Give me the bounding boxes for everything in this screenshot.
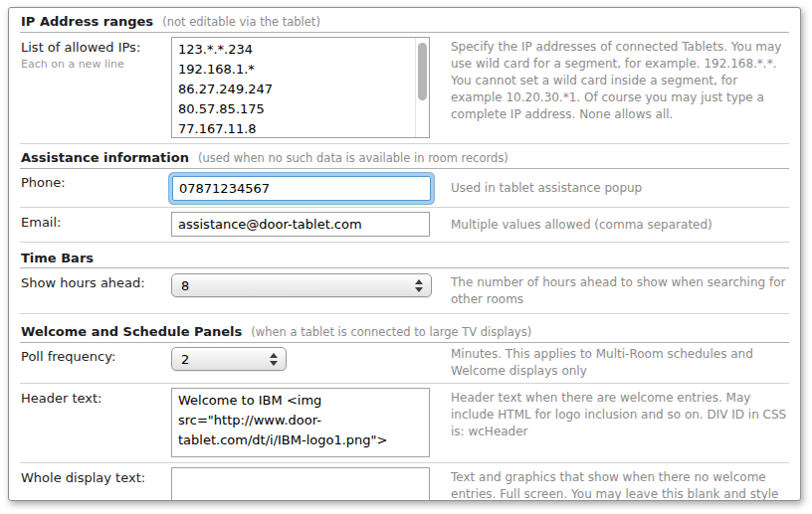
scrollbar-thumb[interactable] <box>418 43 427 100</box>
section-header-time-bars: Time Bars <box>20 243 789 268</box>
row-whole-display-text: Whole display text: Text and graphics th… <box>20 463 789 501</box>
section-header-assistance: Assistance information (used when no suc… <box>20 144 789 169</box>
row-allowed-ips: List of allowed IPs: Each on a new line … <box>20 33 789 144</box>
arrow-up-icon <box>415 279 423 284</box>
section-header-welcome-panels: Welcome and Schedule Panels (when a tabl… <box>20 314 789 343</box>
select-value: 2 <box>181 352 189 367</box>
section-header-ip-ranges: IP Address ranges (not editable via the … <box>20 8 789 33</box>
row-show-hours-ahead: Show hours ahead: 8 The number of hours … <box>20 268 789 314</box>
stepper-arrows-icon <box>270 353 278 366</box>
allowed-ips-sublabel: Each on a new line <box>21 57 171 73</box>
poll-frequency-label: Poll frequency: <box>21 346 171 365</box>
email-input[interactable] <box>171 212 430 237</box>
arrow-up-icon <box>270 353 278 358</box>
row-email: Email: Multiple values allowed (comma se… <box>20 208 789 243</box>
section-note: (used when no such data is available in … <box>198 151 508 165</box>
phone-label: Phone: <box>21 172 171 191</box>
whole-display-text-textarea[interactable] <box>171 467 430 501</box>
allowed-ips-label: List of allowed IPs: <box>21 40 171 56</box>
stepper-arrows-icon <box>415 279 423 292</box>
row-phone: Phone: Used in tablet assistance popup <box>20 169 789 208</box>
select-value: 8 <box>181 278 189 293</box>
poll-frequency-help: Minutes. This applies to Multi-Room sche… <box>443 346 788 380</box>
settings-panel: IP Address ranges (not editable via the … <box>8 7 801 501</box>
arrow-down-icon <box>270 361 278 366</box>
section-title: Welcome and Schedule Panels <box>21 324 242 339</box>
poll-frequency-select[interactable]: 2 <box>171 347 287 371</box>
header-text-help: Header text when there are welcome entri… <box>443 388 788 440</box>
allowed-ips-label-block: List of allowed IPs: Each on a new line <box>21 37 171 73</box>
header-text-textarea[interactable]: Welcome to IBM <img src="http://www.door… <box>171 388 430 457</box>
section-note: (not editable via the tablet) <box>162 15 320 29</box>
email-label: Email: <box>21 212 171 231</box>
phone-help: Used in tablet assistance popup <box>443 172 788 197</box>
allowed-ips-help: Specify the IP addresses of connected Ta… <box>443 37 788 123</box>
row-header-text: Header text: Welcome to IBM <img src="ht… <box>20 384 789 463</box>
allowed-ips-textarea-wrap: 123.*.*.234 192.168.1.* 86.27.249.247 80… <box>171 37 430 138</box>
allowed-ips-textarea[interactable]: 123.*.*.234 192.168.1.* 86.27.249.247 80… <box>171 37 430 138</box>
header-text-label: Header text: <box>21 388 171 407</box>
show-hours-ahead-help: The number of hours ahead to show when s… <box>443 272 788 308</box>
whole-display-text-label: Whole display text: <box>21 467 171 486</box>
show-hours-ahead-select[interactable]: 8 <box>171 273 432 297</box>
phone-input[interactable] <box>172 176 431 201</box>
section-note: (when a tablet is connected to large TV … <box>251 325 531 339</box>
show-hours-ahead-label: Show hours ahead: <box>21 272 171 291</box>
section-title: IP Address ranges <box>21 14 153 29</box>
arrow-down-icon <box>415 287 423 292</box>
row-poll-frequency: Poll frequency: 2 Minutes. This applies … <box>20 343 789 384</box>
whole-display-text-help: Text and graphics that show when there n… <box>443 467 788 501</box>
textarea-scrollbar[interactable] <box>415 38 429 137</box>
email-help: Multiple values allowed (comma separated… <box>443 212 788 234</box>
section-title: Time Bars <box>21 251 94 265</box>
section-title: Assistance information <box>21 150 189 165</box>
